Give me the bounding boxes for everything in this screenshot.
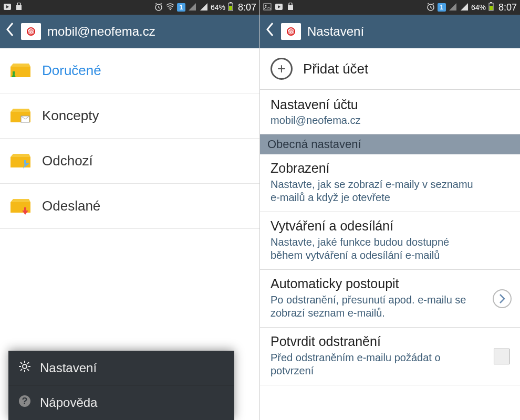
battery-percent: 64% — [211, 3, 225, 12]
signal-icon — [199, 2, 209, 13]
mail-app-icon: @ — [281, 23, 301, 40]
wifi-icon — [165, 2, 175, 13]
sim-badge: 1 — [177, 3, 185, 12]
notif-bag-icon — [15, 3, 23, 13]
help-icon: ? — [18, 394, 32, 411]
menu-label: Nápověda — [40, 395, 97, 410]
page-title: mobil@neofema.cz — [47, 24, 155, 39]
setting-item-display[interactable]: Zobrazení Nastavte, jak se zobrazí e-mai… — [260, 154, 520, 212]
status-time: 8:07 — [238, 2, 256, 13]
menu-item-help[interactable]: ? Nápověda — [8, 385, 234, 420]
account-settings-title: Nastavení účtu — [271, 97, 509, 112]
chevron-right-icon[interactable] — [493, 289, 512, 308]
svg-marker-5 — [200, 3, 207, 10]
phone-settings: 1 64% 8:07 @ Nastavení + Přidat účet — [260, 0, 520, 420]
status-bar: 1 64% 8:07 — [0, 0, 259, 15]
alarm-icon — [154, 2, 163, 13]
folder-drafts-icon — [9, 107, 32, 125]
folder-sent-icon — [9, 197, 32, 216]
signal-empty-icon — [188, 2, 197, 13]
add-account-button[interactable]: + Přidat účet — [260, 48, 520, 90]
svg-rect-15 — [24, 160, 26, 164]
svg-rect-29 — [490, 2, 492, 3]
plus-icon: + — [271, 58, 293, 80]
mail-app-icon: @ — [21, 23, 41, 40]
svg-rect-21 — [264, 4, 271, 10]
svg-text:@: @ — [288, 28, 294, 35]
svg-marker-27 — [461, 3, 468, 10]
svg-rect-30 — [490, 6, 493, 10]
battery-percent: 64% — [471, 3, 486, 12]
settings-list: + Přidat účet Nastavení účtu mobil@neofe… — [260, 48, 520, 420]
setting-sub: Nastavte, jaké funkce budou dostupné běh… — [271, 236, 481, 262]
battery-icon — [227, 2, 234, 13]
folder-item-inbox[interactable]: Doručené — [0, 48, 259, 93]
phone-folder-list: 1 64% 8:07 @ mobil@neofema.cz — [0, 0, 260, 420]
notif-bag-icon — [286, 3, 295, 13]
menu-item-settings[interactable]: Nastavení — [8, 351, 234, 385]
checkbox[interactable] — [494, 349, 509, 364]
folder-inbox-icon — [9, 61, 32, 80]
app-bar: @ mobil@neofema.cz — [0, 15, 259, 48]
svg-rect-13 — [13, 71, 15, 75]
notif-play-icon — [275, 3, 283, 13]
svg-point-18 — [23, 364, 27, 369]
account-settings-sub: mobil@neofema.cz — [271, 114, 509, 127]
notif-image-icon — [263, 3, 272, 13]
setting-sub: Nastavte, jak se zobrazí e-maily v sezna… — [271, 178, 481, 204]
setting-title: Potvrdit odstranění — [271, 334, 509, 349]
notif-play-icon — [3, 3, 12, 13]
status-bar: 1 64% 8:07 — [260, 0, 520, 15]
battery-icon — [488, 2, 494, 13]
signal-empty-icon — [448, 2, 457, 13]
folder-item-sent[interactable]: Odeslané — [0, 184, 259, 229]
setting-item-auto-advance[interactable]: Automaticky postoupit Po odstranění, pře… — [260, 270, 520, 328]
svg-marker-4 — [189, 3, 196, 10]
account-settings-item[interactable]: Nastavení účtu mobil@neofema.cz — [260, 90, 520, 134]
overflow-menu: Nastavení ? Nápověda — [8, 351, 234, 420]
setting-title: Automaticky postoupit — [271, 276, 509, 291]
section-header-general: Obecná nastavení — [260, 134, 520, 154]
svg-point-3 — [170, 8, 171, 9]
add-account-label: Přidat účet — [303, 61, 368, 77]
alarm-icon — [426, 2, 435, 13]
svg-text:?: ? — [22, 396, 28, 406]
folder-label: Odchozí — [42, 153, 93, 169]
svg-rect-8 — [229, 6, 232, 10]
page-title: Nastavení — [307, 24, 364, 39]
svg-rect-17 — [24, 207, 26, 212]
setting-item-confirm-delete[interactable]: Potvrdit odstranění Před odstraněním e-m… — [260, 328, 520, 385]
folder-label: Doručené — [42, 62, 101, 79]
back-icon[interactable] — [5, 22, 15, 41]
setting-sub: Po odstranění, přesunutí apod. e-mailu s… — [271, 293, 481, 320]
folder-outbox-icon — [9, 152, 32, 171]
status-time: 8:07 — [498, 2, 517, 13]
svg-marker-26 — [449, 3, 456, 10]
gear-icon — [18, 360, 32, 376]
menu-label: Nastavení — [40, 361, 97, 375]
signal-icon — [460, 2, 469, 13]
setting-item-compose[interactable]: Vytváření a odesílání Nastavte, jaké fun… — [260, 212, 520, 270]
folder-label: Koncepty — [42, 108, 99, 124]
setting-sub: Před odstraněním e-mailu požádat o potvr… — [271, 351, 481, 377]
setting-title: Vytváření a odesílání — [271, 218, 509, 234]
app-bar: @ Nastavení — [260, 15, 520, 48]
svg-text:@: @ — [28, 28, 34, 35]
folder-label: Odeslané — [42, 198, 100, 214]
folder-item-drafts[interactable]: Koncepty — [0, 93, 259, 139]
back-icon[interactable] — [265, 22, 275, 41]
setting-title: Zobrazení — [271, 161, 509, 176]
svg-point-22 — [265, 5, 267, 6]
svg-rect-7 — [230, 2, 232, 3]
folder-item-outbox[interactable]: Odchozí — [0, 139, 259, 184]
sim-badge: 1 — [438, 3, 446, 12]
